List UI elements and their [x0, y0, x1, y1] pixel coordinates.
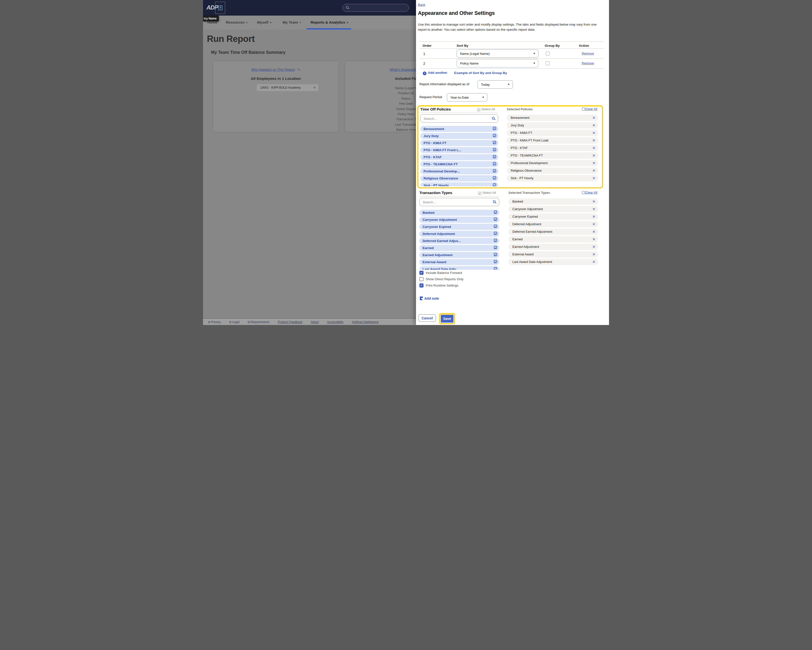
transaction-option[interactable]: Carryover Adjustment✓ — [420, 217, 499, 223]
checked-checkbox-icon[interactable]: ✓ — [493, 127, 496, 130]
who-appears-link[interactable]: Who Appears on This Report — [251, 68, 295, 72]
global-search[interactable] — [342, 4, 409, 12]
policy-option[interactable]: Sick - PT Hourly✓ — [420, 182, 498, 186]
policy-option[interactable]: PTO - KMIA FT✓ — [420, 140, 498, 146]
add-note-button[interactable]: Add note — [420, 296, 439, 301]
groupby-checkbox[interactable] — [546, 61, 549, 65]
checked-checkbox-icon[interactable]: ✓ — [493, 148, 496, 151]
transactions-search-input[interactable] — [423, 199, 491, 205]
remove-x-icon[interactable]: ✕ — [592, 229, 595, 235]
footer-link-privacy[interactable]: ⧉Privacy — [208, 320, 221, 324]
remove-x-icon[interactable]: ✕ — [592, 114, 595, 121]
checked-checkbox-icon[interactable]: ✓ — [494, 239, 497, 242]
option-checkbox-row[interactable]: ✓Include Balance Forward — [420, 271, 464, 275]
checked-checkbox-icon[interactable]: ✓ — [494, 260, 497, 263]
sortby-dropdown[interactable]: Name (Legal Name)▼ — [456, 49, 539, 58]
checked-checkbox[interactable]: ✓ — [420, 283, 424, 287]
remove-x-icon[interactable]: ✕ — [592, 236, 595, 243]
footer-link-requirements[interactable]: ⧉Requirements — [248, 320, 269, 324]
remove-x-icon[interactable]: ✕ — [592, 198, 595, 205]
footer-link-product-feedback[interactable]: Product Feedback — [278, 320, 302, 324]
remove-x-icon[interactable]: ✕ — [592, 244, 595, 250]
remove-x-icon[interactable]: ✕ — [592, 206, 595, 212]
remove-link[interactable]: Remove — [582, 52, 594, 55]
remove-x-icon[interactable]: ✕ — [592, 130, 595, 136]
policy-option[interactable]: PTO - KMIA FT Front L...✓ — [420, 147, 498, 153]
checked-checkbox-icon[interactable]: ✓ — [493, 155, 496, 158]
checked-checkbox-icon[interactable]: ✓ — [493, 169, 496, 172]
footer-link-about[interactable]: About — [311, 320, 319, 324]
remove-x-icon[interactable]: ✕ — [592, 153, 595, 159]
search-input[interactable] — [351, 5, 406, 11]
transaction-option[interactable]: Earned Adjustment✓ — [420, 252, 499, 258]
nav-item-resources[interactable]: Resources▾ — [226, 20, 247, 24]
groupby-checkbox[interactable] — [546, 52, 549, 55]
checked-checkbox-icon[interactable]: ✓ — [494, 211, 497, 214]
remove-x-icon[interactable]: ✕ — [592, 175, 595, 182]
transaction-option[interactable]: Carryover Expired✓ — [420, 224, 499, 230]
policies-select-all[interactable]: ✓Select All — [477, 107, 495, 111]
checked-checkbox[interactable]: ✓ — [420, 271, 424, 275]
transactions-select-all[interactable]: ✓Select All — [478, 191, 496, 195]
policy-option[interactable]: Bereavement✓ — [420, 126, 498, 132]
back-link[interactable]: ←Back — [418, 3, 425, 6]
remove-x-icon[interactable]: ✕ — [592, 145, 595, 151]
remove-x-icon[interactable]: ✕ — [592, 160, 595, 166]
checked-checkbox-icon[interactable]: ✓ — [493, 141, 496, 144]
policy-option[interactable]: Jury Duty✓ — [420, 133, 498, 139]
save-button[interactable]: Save — [441, 315, 453, 323]
footer-link-accessibility[interactable]: Accessibility — [327, 320, 343, 324]
sortby-dropdown[interactable]: Policy Name▼ — [456, 59, 539, 67]
footer-link-legal[interactable]: ⧉Legal — [229, 320, 240, 324]
cancel-button[interactable]: Cancel — [418, 314, 436, 322]
transactions-clear-all[interactable]: Clear All — [582, 191, 597, 194]
transaction-option[interactable]: Earned✓ — [420, 245, 499, 251]
footer-link-artificial-intelligence[interactable]: Artificial Intelligence — [352, 320, 379, 324]
add-another-button[interactable]: +Add another — [423, 71, 447, 75]
transaction-option[interactable]: Deferred Earned Adjus...✓ — [420, 238, 499, 244]
checked-checkbox-icon[interactable]: ✓ — [494, 232, 497, 235]
nav-item-myself[interactable]: Myself▾ — [257, 20, 272, 24]
remove-x-icon[interactable]: ✕ — [592, 122, 595, 128]
policy-option[interactable]: Religious Observance✓ — [420, 175, 498, 182]
remove-x-icon[interactable]: ✕ — [592, 251, 595, 258]
search-icon[interactable] — [492, 117, 495, 119]
transaction-option[interactable]: Deferred Adjustment✓ — [420, 231, 499, 237]
remove-x-icon[interactable]: ✕ — [592, 137, 595, 143]
checked-checkbox-icon[interactable]: ✓ — [494, 267, 497, 270]
transaction-option[interactable]: Last Award Date Adju...✓ — [420, 266, 499, 270]
nav-item-reports-analytics[interactable]: Reports & Analytics▾ — [311, 20, 348, 24]
option-checkbox-row[interactable]: ✓Print Runtime Settings — [420, 283, 464, 287]
checked-checkbox-icon[interactable]: ✓ — [493, 162, 496, 165]
policies-search-input[interactable] — [424, 115, 490, 122]
policy-option[interactable]: PTO - TEAM/KCNA FT✓ — [420, 161, 498, 167]
selected-policy: PTO - TEAM/KCNA FT✕ — [507, 153, 598, 159]
checked-checkbox-icon[interactable]: ✓ — [493, 134, 496, 137]
policy-option[interactable]: Professional Develop...✓ — [420, 168, 498, 174]
checked-checkbox-icon[interactable]: ✓ — [494, 253, 497, 256]
checked-checkbox-icon[interactable]: ✓ — [493, 176, 496, 179]
as-of-dropdown[interactable]: Today▼ — [478, 80, 513, 88]
remove-x-icon[interactable]: ✕ — [592, 214, 595, 220]
unchecked-checkbox[interactable] — [420, 277, 424, 281]
chip-close-icon[interactable]: ✕ — [313, 86, 316, 89]
remove-link[interactable]: Remove — [582, 61, 594, 65]
transaction-option[interactable]: Banked✓ — [420, 210, 499, 216]
remove-x-icon[interactable]: ✕ — [592, 168, 595, 174]
checked-checkbox-icon[interactable]: ✓ — [494, 246, 497, 249]
nav-item-my-team[interactable]: My Team▾ — [282, 20, 301, 24]
transaction-option[interactable]: External Award✓ — [420, 259, 499, 265]
checked-checkbox-icon[interactable]: ✓ — [494, 218, 497, 221]
example-sort-group-link[interactable]: Example of Sort By and Group By — [454, 71, 507, 75]
request-period-dropdown[interactable]: Year-to-Date▼ — [447, 93, 487, 102]
edit-pencil-icon[interactable]: ✎ — [298, 68, 301, 72]
help-button[interactable]: ? — [215, 2, 225, 14]
policies-clear-all[interactable]: Clear All — [582, 107, 597, 111]
checked-checkbox-icon[interactable]: ✓ — [493, 183, 496, 186]
remove-x-icon[interactable]: ✕ — [592, 221, 595, 227]
remove-x-icon[interactable]: ✕ — [592, 259, 595, 265]
option-checkbox-row[interactable]: Show Direct Reports Only — [420, 277, 464, 281]
checked-checkbox-icon[interactable]: ✓ — [494, 225, 497, 228]
policy-option[interactable]: PTO - KTAF✓ — [420, 154, 498, 160]
search-icon[interactable] — [493, 200, 496, 203]
